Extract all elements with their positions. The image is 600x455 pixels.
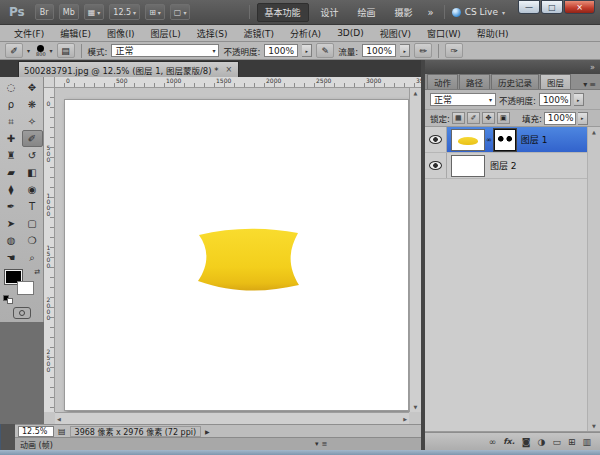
menu-layer[interactable]: 图层(L) [143,27,189,40]
tool-zoom[interactable]: ⌕ [22,249,43,266]
tool-gradient[interactable]: ◧ [22,164,43,181]
tool-clone-stamp[interactable]: ♜ [1,147,22,164]
tool-crop[interactable]: ⌗ [1,113,22,130]
layer-opacity-field[interactable]: 100% [539,93,571,106]
scroll-left-icon[interactable]: ◀ [57,416,61,422]
mask-link-icon[interactable]: ∞ [486,136,492,144]
tool-3d-rotate[interactable]: ◍ [1,232,22,249]
layer-name[interactable]: 图层 2 [490,159,517,172]
layer-row-2[interactable]: 图层 2 [425,153,600,179]
lock-position-button[interactable]: ✥ [482,112,495,124]
workspace-tab-photography[interactable]: 摄影 [388,4,420,21]
status-zoom-field[interactable]: 12.5% [18,426,54,437]
arrange-documents-button[interactable]: ⊞ ▾ [145,4,165,20]
layer-mask-thumbnail[interactable] [494,129,516,151]
view-extras-button[interactable]: ▦ ▾ [84,4,105,20]
scroll-down-icon[interactable]: ▼ [592,423,596,429]
quick-mask-button[interactable] [13,307,31,319]
workspace-tab-painting[interactable]: 绘画 [351,4,383,21]
collapse-panels-icon[interactable]: » [590,63,595,72]
tab-layers[interactable]: 图层 [540,74,571,89]
animation-panel-bar[interactable]: 动画 (帧) ▾ ≡ [15,437,421,450]
mini-bridge-button[interactable]: Mb [59,4,79,20]
zoom-level-combo[interactable]: 12.5 ▾ [109,4,140,20]
close-icon[interactable]: × [225,65,234,74]
screen-mode-button[interactable]: ▢ ▾ [170,4,191,20]
layer-fill-slider-button[interactable]: ▸ [578,112,588,125]
tab-actions[interactable]: 动作 [427,74,458,89]
vertical-scrollbar[interactable]: ▲ ▼ [409,88,421,412]
menu-help[interactable]: 帮助(H) [469,27,517,40]
layer-fill-field[interactable]: 100% [544,112,576,125]
cs-live-button[interactable]: CS Live ▾ [452,7,505,17]
tool-lasso[interactable]: ρ [1,96,22,113]
add-layer-mask-button[interactable]: ◙ [522,437,531,447]
tab-history[interactable]: 历史记录 [491,74,539,89]
tool-type[interactable]: T [22,198,43,215]
tool-preset-picker[interactable]: ✐ [5,43,23,58]
tool-spot-healing-brush[interactable]: ✚ [1,130,22,147]
opacity-slider-button[interactable]: ▸ [302,44,312,57]
layer-thumbnail[interactable] [451,129,485,151]
menu-view[interactable]: 视图(V) [372,27,419,40]
canvas-page[interactable] [64,99,409,411]
tool-shape[interactable]: ▢ [22,215,43,232]
flow-slider-button[interactable]: ▸ [400,44,410,57]
tool-rectangular-marquee[interactable]: ◌ [1,79,22,96]
pressure-size-button[interactable]: ✑ [445,43,463,58]
layer-opacity-slider-button[interactable]: ▸ [574,93,584,106]
opacity-field[interactable]: 100% [264,44,298,57]
blend-mode-select[interactable]: 正常 ▾ [111,44,219,57]
tool-eraser[interactable]: ▰ [1,164,22,181]
tool-brush[interactable]: ✐ [22,130,43,147]
tool-dodge[interactable]: ◉ [22,181,43,198]
panel-menu-button[interactable]: ▾ ≡ [579,80,600,89]
tool-path-selection[interactable]: ➤ [1,215,22,232]
menu-image[interactable]: 图像(I) [99,27,143,40]
canvas-viewport[interactable] [55,88,409,412]
workspace-overflow-button[interactable]: » [425,7,437,18]
menu-analysis[interactable]: 分析(A) [282,27,329,40]
tool-3d-orbit[interactable]: ❍ [22,232,43,249]
menu-3d[interactable]: 3D(D) [329,28,372,38]
lock-image-pixels-button[interactable]: ✐ [467,112,480,124]
layer-styles-button[interactable]: fx. [503,437,515,446]
tool-hand[interactable]: ☚ [1,249,22,266]
chevron-down-icon[interactable]: ▾ [315,440,319,448]
scroll-right-icon[interactable]: ▶ [403,416,407,422]
layer-name[interactable]: 图层 1 [521,133,548,146]
default-colors-icon[interactable] [7,298,13,304]
toggle-brush-panel-button[interactable]: ▤ [57,43,75,58]
lock-all-button[interactable]: ▣ [497,112,510,124]
link-layers-button[interactable]: ∞ [489,437,497,447]
horizontal-scrollbar[interactable]: ◀ ▶ [55,412,409,424]
document-tab[interactable]: 500283791.jpg @ 12.5% (图层 1, 图层蒙版/8) * × [18,61,239,77]
panel-menu-icon[interactable]: ≡ [322,440,328,448]
airbrush-button[interactable]: ✏ [414,43,432,58]
tool-eyedropper[interactable]: ✧ [22,113,43,130]
visibility-cell[interactable] [425,127,447,152]
flow-field[interactable]: 100% [362,44,396,57]
layer-thumbnail[interactable] [451,155,485,177]
layer-blend-mode-select[interactable]: 正常 ▾ [430,93,496,106]
menu-window[interactable]: 窗口(W) [419,27,469,40]
brush-preset-picker[interactable]: 800 [36,45,46,57]
layers-scrollbar[interactable]: ▲ ▼ [587,127,600,431]
bridge-button[interactable]: Br [35,4,54,20]
tool-pen[interactable]: ✒ [1,198,22,215]
tool-history-brush[interactable]: ↺ [22,147,43,164]
minimize-button[interactable]: — [518,0,540,14]
tool-move[interactable]: ✥ [22,79,43,96]
visibility-cell[interactable] [425,153,447,178]
maximize-button[interactable]: □ [541,0,563,14]
new-layer-button[interactable]: ⊞ [568,437,576,447]
background-color-swatch[interactable] [17,281,34,295]
pressure-opacity-button[interactable]: ✎ [316,43,334,58]
workspace-tab-essentials[interactable]: 基本功能 [257,3,309,22]
scroll-up-icon[interactable]: ▲ [592,129,596,135]
delete-layer-button[interactable]: ▥ [582,437,591,447]
scroll-down-icon[interactable]: ▼ [414,404,418,410]
close-button[interactable]: × [564,0,595,14]
tool-quick-selection[interactable]: ❋ [22,96,43,113]
new-group-button[interactable]: ▭ [552,437,561,447]
